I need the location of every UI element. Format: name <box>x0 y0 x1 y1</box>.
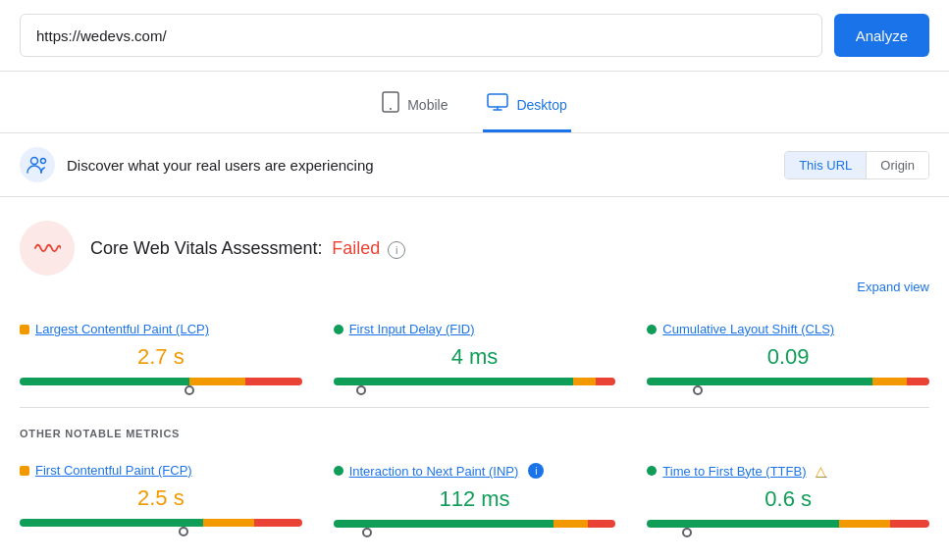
metric-fcp: First Contentful Paint (FCP) 2.5 s <box>20 463 302 530</box>
ttfb-bar-red <box>890 520 929 528</box>
lcp-bar-marker <box>185 385 194 395</box>
assessment-title-group: Core Web Vitals Assessment: Failed i <box>90 238 405 259</box>
discover-bar: Discover what your real users are experi… <box>0 133 949 197</box>
metric-fcp-value: 2.5 s <box>20 485 302 511</box>
metric-fid-label[interactable]: First Input Delay (FID) <box>334 322 616 336</box>
ttfb-bar-marker <box>682 528 692 537</box>
tab-mobile[interactable]: Mobile <box>378 83 451 132</box>
inp-bar-red <box>588 520 616 528</box>
svg-point-4 <box>41 159 46 164</box>
users-icon <box>20 147 55 182</box>
other-metrics-label: OTHER NOTABLE METRICS <box>20 428 929 439</box>
this-url-button[interactable]: This URL <box>785 152 867 178</box>
cls-bar-orange <box>872 378 907 385</box>
url-input[interactable] <box>20 14 822 57</box>
metric-fid: First Input Delay (FID) 4 ms <box>334 322 616 387</box>
metric-cls-bar <box>647 378 929 387</box>
analyze-button[interactable]: Analyze <box>834 14 929 57</box>
metrics-grid: Largest Contentful Paint (LCP) 2.7 s Fir… <box>20 314 929 395</box>
ttfb-bar-green <box>647 520 839 528</box>
inp-dot <box>334 466 343 476</box>
other-metrics-section: OTHER NOTABLE METRICS First Contentful P… <box>20 428 929 537</box>
lcp-bar-green <box>20 378 189 385</box>
desktop-icon <box>487 93 508 116</box>
metric-lcp-value: 2.7 s <box>20 344 302 370</box>
inp-bar-marker <box>362 528 372 537</box>
cls-bar-red <box>907 378 929 385</box>
metric-fid-value: 4 ms <box>334 344 616 370</box>
svg-point-1 <box>390 108 392 110</box>
metric-fcp-label[interactable]: First Contentful Paint (FCP) <box>20 463 302 478</box>
fid-bar-marker <box>356 385 366 395</box>
fid-dot <box>334 325 343 334</box>
assessment-title: Core Web Vitals Assessment: <box>90 238 322 258</box>
assessment-info-icon[interactable]: i <box>388 241 405 259</box>
metric-fcp-bar <box>20 519 302 529</box>
fcp-bar-green <box>20 519 203 527</box>
discover-text: Discover what your real users are experi… <box>67 157 772 174</box>
assessment-icon <box>20 221 75 276</box>
inp-info-icon[interactable]: i <box>528 463 544 479</box>
url-origin-toggle: This URL Origin <box>784 151 929 179</box>
metric-inp-value: 112 ms <box>334 486 616 512</box>
metric-inp: Interaction to Next Paint (INP) i 112 ms <box>334 463 616 530</box>
main-content: Core Web Vitals Assessment: Failed i Exp… <box>0 197 949 557</box>
lcp-dot <box>20 325 29 334</box>
metric-cls-value: 0.09 <box>647 344 929 370</box>
inp-bar-orange <box>554 520 588 528</box>
metric-cls: Cumulative Layout Shift (CLS) 0.09 <box>647 322 929 387</box>
metric-inp-label[interactable]: Interaction to Next Paint (INP) i <box>334 463 616 479</box>
tab-desktop[interactable]: Desktop <box>483 83 570 132</box>
fid-bar-red <box>596 378 615 385</box>
expand-view-link[interactable]: Expand view <box>20 280 929 294</box>
lcp-bar-orange <box>189 378 246 385</box>
fcp-bar-marker <box>179 527 188 536</box>
cls-bar-green <box>647 378 872 385</box>
tab-mobile-label: Mobile <box>407 97 448 113</box>
metric-fid-bar <box>334 378 616 387</box>
metric-ttfb-value: 0.6 s <box>647 486 929 512</box>
fid-bar-orange <box>573 378 596 385</box>
fid-bar-green <box>334 378 574 385</box>
fcp-dot <box>20 466 29 476</box>
top-bar: Analyze <box>0 0 949 72</box>
ttfb-bar-orange <box>839 520 890 528</box>
inp-bar-green <box>334 520 554 528</box>
tab-desktop-label: Desktop <box>516 97 566 113</box>
metric-lcp-bar <box>20 378 302 387</box>
metric-lcp: Largest Contentful Paint (LCP) 2.7 s <box>20 322 302 387</box>
metric-inp-bar <box>334 520 616 530</box>
metric-cls-label[interactable]: Cumulative Layout Shift (CLS) <box>647 322 929 336</box>
svg-rect-2 <box>488 94 507 107</box>
ttfb-dot <box>647 466 657 476</box>
assessment-section: Core Web Vitals Assessment: Failed i Exp… <box>20 197 929 408</box>
other-metrics-grid: First Contentful Paint (FCP) 2.5 s Inter… <box>20 455 929 537</box>
cls-dot <box>647 325 657 334</box>
assessment-status: Failed <box>332 238 380 258</box>
ttfb-warning-icon: △ <box>816 463 826 479</box>
mobile-icon <box>382 91 399 118</box>
tabs-row: Mobile Desktop <box>0 72 949 133</box>
lcp-bar-red <box>245 378 302 385</box>
metric-ttfb-bar <box>647 520 929 530</box>
fcp-bar-orange <box>203 519 254 527</box>
metric-lcp-label[interactable]: Largest Contentful Paint (LCP) <box>20 322 302 336</box>
svg-point-3 <box>31 158 38 165</box>
metric-ttfb-label[interactable]: Time to First Byte (TTFB) △ <box>647 463 929 479</box>
metric-ttfb: Time to First Byte (TTFB) △ 0.6 s <box>647 463 929 530</box>
cls-bar-marker <box>693 385 703 395</box>
fcp-bar-red <box>254 519 302 527</box>
origin-button[interactable]: Origin <box>867 152 928 178</box>
